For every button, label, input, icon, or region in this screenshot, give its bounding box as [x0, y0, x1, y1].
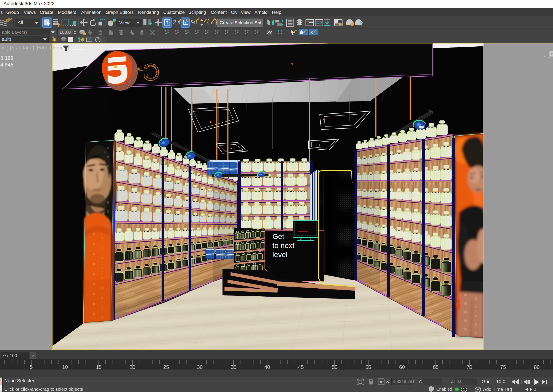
svg-text:20: 20	[130, 364, 135, 369]
svg-text:15: 15	[96, 364, 102, 369]
svg-text:45: 45	[298, 364, 304, 369]
svg-text:4 945: 4 945	[0, 62, 13, 68]
svg-text:80: 80	[534, 364, 540, 369]
svg-text:FRO: FRO	[550, 53, 553, 55]
svg-text:65: 65	[433, 364, 439, 369]
svg-text:l: l	[0, 50, 2, 55]
svg-text:Get: Get	[272, 232, 284, 240]
svg-text:35: 35	[231, 364, 237, 369]
svg-text:60: 60	[399, 364, 405, 369]
svg-text:50: 50	[332, 364, 338, 369]
svg-text:5: 5	[30, 364, 33, 369]
svg-text:70: 70	[467, 364, 472, 369]
svg-text:25: 25	[163, 364, 169, 369]
svg-text:55: 55	[366, 364, 371, 369]
svg-text:40: 40	[264, 364, 270, 369]
svg-text:10: 10	[62, 364, 68, 369]
svg-text:X: X	[310, 30, 313, 35]
svg-text:30: 30	[197, 364, 203, 369]
svg-text:to next: to next	[272, 241, 295, 250]
svg-text:5 100: 5 100	[0, 55, 13, 61]
svg-text:75: 75	[500, 364, 506, 369]
svg-text:?: ?	[97, 38, 99, 42]
svg-text:level: level	[272, 250, 288, 259]
svg-text:ve ] [Standard ] [Edged Face: ve ] [Standard ] [Edged Faces ]	[0, 45, 69, 50]
